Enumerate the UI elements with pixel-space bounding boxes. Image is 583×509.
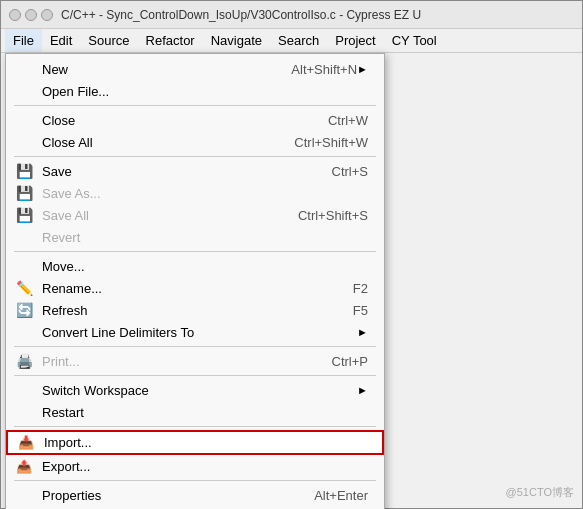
menu-item-switch-workspace[interactable]: Switch Workspace ► <box>6 379 384 401</box>
separator-7 <box>14 480 376 481</box>
save-as-icon: 💾 <box>14 183 34 203</box>
menu-bar: File Edit Source Refactor Navigate Searc… <box>1 29 582 53</box>
save-all-icon: 💾 <box>14 205 34 225</box>
menu-item-export[interactable]: 📤 Export... <box>6 455 384 477</box>
open-file-label: Open File... <box>42 84 368 99</box>
import-icon: 📥 <box>16 433 36 453</box>
properties-shortcut: Alt+Enter <box>314 488 368 503</box>
import-label: Import... <box>44 435 366 450</box>
menu-item-save-all[interactable]: 💾 Save All Ctrl+Shift+S <box>6 204 384 226</box>
window-dot-3 <box>41 9 53 21</box>
menu-project[interactable]: Project <box>327 29 383 52</box>
separator-4 <box>14 346 376 347</box>
save-as-label: Save As... <box>42 186 368 201</box>
menu-item-refresh[interactable]: 🔄 Refresh F5 <box>6 299 384 321</box>
menu-item-rename[interactable]: ✏️ Rename... F2 <box>6 277 384 299</box>
close-label: Close <box>42 113 288 128</box>
menu-refactor[interactable]: Refactor <box>138 29 203 52</box>
menu-item-restart[interactable]: Restart <box>6 401 384 423</box>
menu-item-import[interactable]: 📥 Import... <box>6 430 384 455</box>
menu-item-new[interactable]: New Alt+Shift+N ► <box>6 58 384 80</box>
menu-cytool[interactable]: CY Tool <box>384 29 445 52</box>
print-icon: 🖨️ <box>14 351 34 371</box>
refresh-shortcut: F5 <box>353 303 368 318</box>
menu-item-print[interactable]: 🖨️ Print... Ctrl+P <box>6 350 384 372</box>
menu-item-properties[interactable]: Properties Alt+Enter <box>6 484 384 506</box>
separator-6 <box>14 426 376 427</box>
rename-shortcut: F2 <box>353 281 368 296</box>
restart-label: Restart <box>42 405 368 420</box>
properties-label: Properties <box>42 488 274 503</box>
menu-item-convert-line[interactable]: Convert Line Delimiters To ► <box>6 321 384 343</box>
switch-workspace-label: Switch Workspace <box>42 383 357 398</box>
save-all-label: Save All <box>42 208 258 223</box>
menu-source[interactable]: Source <box>80 29 137 52</box>
separator-5 <box>14 375 376 376</box>
new-shortcut: Alt+Shift+N <box>291 62 357 77</box>
close-all-label: Close All <box>42 135 254 150</box>
separator-1 <box>14 105 376 106</box>
print-label: Print... <box>42 354 292 369</box>
watermark: @51CTO博客 <box>506 485 574 500</box>
export-icon: 📤 <box>14 456 34 476</box>
menu-file[interactable]: File <box>5 29 42 52</box>
print-shortcut: Ctrl+P <box>332 354 368 369</box>
convert-line-arrow: ► <box>357 326 368 338</box>
menu-item-close-all[interactable]: Close All Ctrl+Shift+W <box>6 131 384 153</box>
menu-item-save[interactable]: 💾 Save Ctrl+S <box>6 160 384 182</box>
refresh-icon: 🔄 <box>14 300 34 320</box>
rename-icon: ✏️ <box>14 278 34 298</box>
new-arrow: ► <box>357 63 368 75</box>
close-shortcut: Ctrl+W <box>328 113 368 128</box>
convert-line-label: Convert Line Delimiters To <box>42 325 357 340</box>
file-dropdown: New Alt+Shift+N ► Open File... Close Ctr… <box>5 53 385 509</box>
main-window: C/C++ - Sync_ControlDown_IsoUp/V30Contro… <box>0 0 583 509</box>
close-all-shortcut: Ctrl+Shift+W <box>294 135 368 150</box>
save-label: Save <box>42 164 292 179</box>
menu-item-close[interactable]: Close Ctrl+W <box>6 109 384 131</box>
menu-edit[interactable]: Edit <box>42 29 80 52</box>
new-label: New <box>42 62 251 77</box>
save-all-shortcut: Ctrl+Shift+S <box>298 208 368 223</box>
move-label: Move... <box>42 259 368 274</box>
menu-item-move[interactable]: Move... <box>6 255 384 277</box>
window-title: C/C++ - Sync_ControlDown_IsoUp/V30Contro… <box>61 8 574 22</box>
separator-2 <box>14 156 376 157</box>
title-bar: C/C++ - Sync_ControlDown_IsoUp/V30Contro… <box>1 1 582 29</box>
menu-navigate[interactable]: Navigate <box>203 29 270 52</box>
rename-label: Rename... <box>42 281 313 296</box>
window-dot-2 <box>25 9 37 21</box>
revert-label: Revert <box>42 230 368 245</box>
refresh-label: Refresh <box>42 303 313 318</box>
menu-item-save-as[interactable]: 💾 Save As... <box>6 182 384 204</box>
window-dot-1 <box>9 9 21 21</box>
menu-item-open-file[interactable]: Open File... <box>6 80 384 102</box>
menu-item-revert[interactable]: Revert <box>6 226 384 248</box>
save-shortcut: Ctrl+S <box>332 164 368 179</box>
menu-search[interactable]: Search <box>270 29 327 52</box>
separator-3 <box>14 251 376 252</box>
switch-workspace-arrow: ► <box>357 384 368 396</box>
window-controls <box>9 9 53 21</box>
export-label: Export... <box>42 459 368 474</box>
save-icon: 💾 <box>14 161 34 181</box>
